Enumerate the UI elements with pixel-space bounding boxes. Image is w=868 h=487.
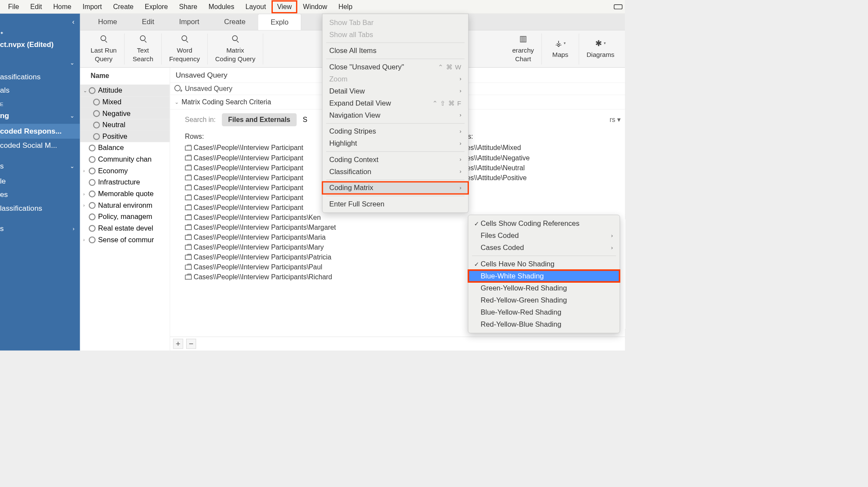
column-item[interactable]: Codes\\Attitude\Neutral (444, 163, 621, 173)
list-item-community[interactable]: Community chan (80, 153, 170, 165)
tab-home[interactable]: Home (86, 14, 130, 30)
list-item-infrastructure[interactable]: Infrastructure (80, 177, 170, 188)
submenu-item[interactable]: Red-Yellow-Blue Shading (468, 318, 619, 331)
list-item-economy[interactable]: ›Economy (80, 165, 170, 177)
case-icon (185, 265, 192, 270)
sidebar-item[interactable]: es (0, 188, 80, 202)
menu-window[interactable]: Window (297, 0, 333, 13)
add-button[interactable]: + (173, 339, 183, 349)
list-header-name[interactable]: Name (80, 68, 170, 85)
collapse-chevron-icon[interactable]: ‹ (0, 17, 80, 31)
menu-item[interactable]: Highlight› (322, 137, 468, 150)
sidebar-section-cases[interactable]: s⌄ (0, 158, 80, 174)
sidebar-item-classifications[interactable]: assifications (0, 70, 80, 84)
submenu-item[interactable]: Cases Coded› (468, 242, 619, 254)
submenu-item[interactable]: Blue-Yellow-Red Shading (468, 306, 619, 318)
sidebar-section[interactable]: ⌄ (0, 56, 80, 70)
tab-explore[interactable]: Explo (258, 14, 301, 30)
tab-create[interactable]: Create (212, 14, 258, 30)
node-icon (89, 202, 96, 209)
search-in-value[interactable]: Files and Externals (222, 113, 297, 126)
list-item-neutral[interactable]: Neutral (80, 119, 170, 131)
submenu-item[interactable]: Red-Yellow-Green Shading (468, 294, 619, 306)
menu-explore[interactable]: Explore (139, 0, 174, 13)
sidebar-item-externals[interactable]: als (0, 84, 80, 97)
diagrams-button[interactable]: ✱ ▾ Diagrams (579, 33, 622, 64)
remove-button[interactable]: − (186, 339, 196, 349)
list-item-negative[interactable]: Negative (80, 108, 170, 119)
case-icon (185, 215, 192, 220)
menu-item[interactable]: Enter Full Screen (322, 198, 468, 210)
row-item[interactable]: Cases\\People\\Interview Participants\Ke… (185, 212, 432, 222)
submenu-item[interactable]: Files Coded› (468, 230, 619, 242)
sidebar-item-autocoded-responses[interactable]: coded Respons... (0, 124, 80, 139)
sidebar-item-autocoded-social[interactable]: coded Social M... (0, 139, 80, 153)
tab-import[interactable]: Import (167, 14, 212, 30)
list-item-realestate[interactable]: Real estate devel (80, 222, 170, 234)
menu-layout[interactable]: Layout (240, 0, 272, 13)
project-title: ct.nvpx (Edited) (0, 37, 80, 55)
sidebar-item[interactable]: lassifications (0, 201, 80, 215)
sidebar-section-coding[interactable]: ng⌄ (0, 108, 80, 124)
list-item-balance[interactable]: Balance (80, 142, 170, 154)
submenu-item[interactable]: ✓Cells Have No Shading (468, 258, 619, 270)
matrix-coding-query-button[interactable]: Matrix Coding Query (208, 33, 263, 64)
row-item[interactable]: Cases\\People\\Interview Participants\Ma… (185, 242, 432, 252)
chevron-right-icon: › (72, 225, 74, 232)
sidebar-item[interactable]: le (0, 174, 80, 188)
row-item[interactable]: Cases\\People\\Interview Participants\Pa… (185, 252, 432, 262)
magnifier-plus-icon (99, 35, 108, 44)
menu-share[interactable]: Share (174, 0, 203, 13)
list-item-policy[interactable]: Policy, managem (80, 211, 170, 223)
menu-help[interactable]: Help (333, 0, 358, 13)
menu-create[interactable]: Create (107, 0, 139, 13)
menu-modules[interactable]: Modules (203, 0, 240, 13)
menu-item[interactable]: Navigation View› (322, 109, 468, 121)
submenu-item[interactable]: ✓Cells Show Coding References (468, 218, 619, 230)
node-icon (89, 236, 96, 243)
list-item-sense[interactable]: ›Sense of commur (80, 234, 170, 246)
submenu-item[interactable]: Blue-White Shading (468, 270, 619, 282)
column-item[interactable]: Codes\\Attitude\Negative (444, 153, 621, 163)
battery-icon (614, 4, 622, 9)
menu-item[interactable]: Coding Matrix› (322, 182, 468, 194)
sidebar-section-notes[interactable]: s› (0, 221, 80, 237)
text-search-button[interactable]: Text Search (125, 33, 162, 64)
row-item[interactable]: Cases\\People\\Interview Participants\Ri… (185, 272, 432, 282)
column-item[interactable]: Codes\\Attitude\Positive (444, 173, 621, 183)
list-item-attitude[interactable]: ⌄Attitude (80, 85, 170, 97)
menu-home[interactable]: Home (47, 0, 77, 13)
list-item-positive[interactable]: Positive (80, 131, 170, 142)
menu-view[interactable]: View (272, 0, 297, 13)
navigation-sidebar: ‹ ✦ ct.nvpx (Edited) ⌄ assifications als… (0, 14, 80, 351)
menu-item[interactable]: Classification› (322, 165, 468, 178)
list-item-memorable[interactable]: ›Memorable quote (80, 188, 170, 200)
last-run-query-button[interactable]: Last Run Query (83, 33, 125, 64)
chevron-down-icon: ⌄ (83, 87, 89, 93)
row-item[interactable]: Cases\\People\\Interview Participants\Ma… (185, 232, 432, 242)
menu-item[interactable]: Coding Context› (322, 153, 468, 165)
word-frequency-button[interactable]: Word Frequency (162, 33, 208, 64)
row-item[interactable]: Cases\\People\\Interview Participants\Pa… (185, 262, 432, 272)
row-item[interactable]: Cases\\People\\Interview Participants\Ma… (185, 222, 432, 232)
menu-file[interactable]: File (3, 0, 25, 13)
column-item[interactable]: Codes\\Attitude\Mixed (444, 143, 621, 153)
search-in-extra: S (303, 116, 307, 124)
tab-edit[interactable]: Edit (129, 14, 166, 30)
menu-item[interactable]: Close All Items (322, 45, 468, 57)
maps-button[interactable]: ⚶ ▾ Maps (542, 33, 579, 64)
menu-edit[interactable]: Edit (25, 0, 47, 13)
menu-item[interactable]: Detail View› (322, 85, 468, 97)
list-item-natural[interactable]: ›Natural environm (80, 200, 170, 211)
filters-dropdown[interactable]: rs ▾ (609, 116, 621, 124)
submenu-item[interactable]: Green-Yellow-Red Shading (468, 282, 619, 294)
list-item-mixed[interactable]: Mixed (80, 96, 170, 108)
menu-item[interactable]: Close "Unsaved Query"⌃ ⌘ W (322, 61, 468, 73)
list-footer: + − (170, 337, 625, 350)
menu-item[interactable]: Coding Stripes› (322, 125, 468, 137)
hierarchy-chart-button[interactable]: ▥ erarchy Chart (505, 33, 542, 64)
search-in-label: Search in: (175, 116, 216, 124)
menu-import[interactable]: Import (77, 0, 108, 13)
menu-item[interactable]: Expand Detail View⌃ ⇧ ⌘ F (322, 97, 468, 109)
chevron-right-icon: › (611, 232, 613, 239)
